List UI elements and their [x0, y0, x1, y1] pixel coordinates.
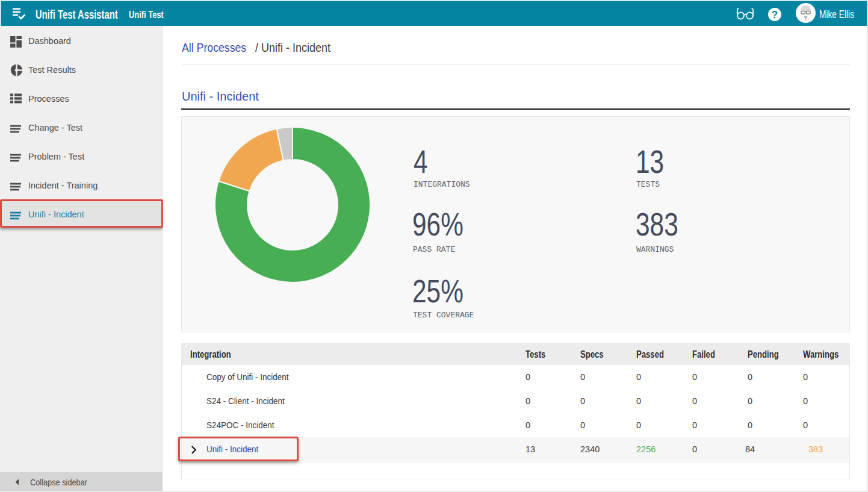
svg-text:?: ? [772, 9, 778, 20]
